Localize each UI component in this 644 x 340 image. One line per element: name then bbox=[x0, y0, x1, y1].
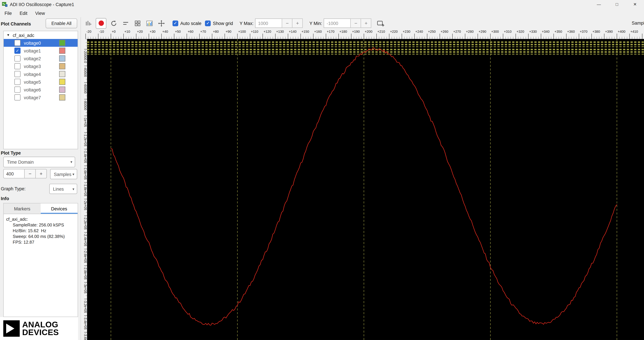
svg-text:+250: +250 bbox=[428, 30, 436, 33]
svg-text:+190: +190 bbox=[352, 30, 360, 33]
channel-checkbox[interactable] bbox=[14, 79, 20, 85]
channel-color-swatch[interactable] bbox=[59, 55, 65, 61]
menu-edit[interactable]: Edit bbox=[16, 9, 32, 17]
pan-zoom-icon[interactable] bbox=[157, 19, 166, 28]
device-info-lines: SampleRate: 256.00 kSPSHz/Bin: 15.62 HzS… bbox=[6, 222, 76, 245]
y-axis-ruler: -20000.0-40000-60000-80000-1e+05-1.2e+05… bbox=[81, 39, 87, 340]
channel-row-voltage3[interactable]: voltage3 bbox=[4, 62, 78, 70]
svg-text:+320: +320 bbox=[516, 30, 524, 33]
channel-color-swatch[interactable] bbox=[59, 63, 65, 69]
sample-unit-select[interactable]: Samples ▾ bbox=[50, 169, 77, 179]
tab-devices[interactable]: Devices bbox=[41, 203, 78, 214]
sample-unit-value: Samples bbox=[54, 171, 71, 176]
y-max-minus-button[interactable]: − bbox=[282, 18, 292, 28]
svg-text:-60000: -60000 bbox=[84, 83, 87, 94]
graph-type-label: Graph Type: bbox=[1, 186, 26, 191]
svg-text:-2.2e+05: -2.2e+05 bbox=[84, 216, 87, 229]
capture-toolbar: ✓ Auto scale ✓ Show grid Y Max: − + Y Mi… bbox=[81, 17, 644, 29]
brand-name: ANALOG DEVICES bbox=[22, 321, 59, 336]
channel-row-voltage1[interactable]: ✓voltage1 bbox=[4, 47, 78, 54]
channel-row-voltage6[interactable]: voltage6 bbox=[4, 86, 78, 93]
svg-text:+210: +210 bbox=[378, 30, 385, 33]
tab-markers[interactable]: Markers bbox=[4, 203, 41, 214]
markers-icon[interactable] bbox=[121, 19, 130, 28]
svg-text:-20000.0: -20000.0 bbox=[84, 50, 87, 63]
channel-checkbox[interactable] bbox=[14, 87, 20, 93]
close-button[interactable]: ✕ bbox=[626, 0, 644, 8]
svg-text:+340: +340 bbox=[542, 30, 550, 33]
plot-channels-label: Plot Channels bbox=[1, 21, 31, 26]
channel-label: voltage1 bbox=[24, 48, 59, 53]
buffer-settings-icon[interactable] bbox=[84, 19, 93, 28]
svg-text:+400: +400 bbox=[618, 30, 626, 33]
svg-text:+290: +290 bbox=[478, 30, 486, 33]
channel-row-voltage4[interactable]: voltage4 bbox=[4, 70, 78, 78]
channel-label: voltage2 bbox=[24, 56, 59, 61]
svg-text:-3e+05: -3e+05 bbox=[84, 283, 87, 293]
plot-canvas[interactable] bbox=[87, 39, 644, 340]
tree-expander-icon[interactable]: ▼ bbox=[6, 33, 10, 37]
plot-type-select[interactable]: Time Domain ▾ bbox=[3, 157, 75, 167]
menu-file[interactable]: File bbox=[1, 9, 16, 17]
channel-checkbox[interactable] bbox=[14, 71, 20, 77]
svg-text:+120: +120 bbox=[264, 30, 271, 33]
device-group-label: cf_axi_adc bbox=[13, 32, 34, 37]
svg-text:+20: +20 bbox=[137, 30, 143, 33]
device-info-line: FPS: 12.87 bbox=[6, 239, 76, 245]
channel-color-swatch[interactable] bbox=[59, 48, 65, 54]
y-min-plus-button[interactable]: + bbox=[361, 18, 371, 28]
sample-count-plus-button[interactable]: + bbox=[35, 169, 47, 178]
y-max-plus-button[interactable]: + bbox=[292, 18, 303, 28]
minimize-button[interactable]: — bbox=[590, 0, 608, 8]
svg-text:-80000: -80000 bbox=[84, 100, 87, 110]
svg-text:+180: +180 bbox=[340, 30, 347, 33]
plot-type-value: Time Domain bbox=[7, 160, 34, 165]
channel-checkbox[interactable] bbox=[14, 40, 20, 46]
svg-text:+390: +390 bbox=[605, 30, 613, 33]
channel-color-swatch[interactable] bbox=[59, 40, 65, 46]
channel-label: voltage6 bbox=[24, 87, 59, 92]
enable-all-button[interactable]: Enable All bbox=[46, 18, 77, 28]
sample-count-minus-button[interactable]: − bbox=[24, 169, 36, 178]
menu-bar: FileEditView bbox=[0, 8, 644, 17]
channel-checkbox[interactable]: ✓ bbox=[14, 48, 20, 54]
device-info-line: Sweep: 64.00 ms (82.38%) bbox=[6, 233, 76, 239]
show-grid-checkbox[interactable]: ✓ bbox=[205, 20, 211, 26]
graph-type-select[interactable]: Lines ▾ bbox=[49, 184, 77, 194]
capture-record-button[interactable] bbox=[96, 18, 106, 28]
channel-color-swatch[interactable] bbox=[59, 94, 65, 100]
plot-type-label: Plot Type bbox=[1, 151, 21, 156]
svg-text:-2.8e+05: -2.8e+05 bbox=[84, 266, 87, 279]
channel-color-swatch[interactable] bbox=[59, 79, 65, 85]
new-plot-button[interactable] bbox=[376, 19, 386, 28]
svg-text:+230: +230 bbox=[403, 30, 410, 33]
svg-text:+10: +10 bbox=[124, 30, 130, 33]
maximize-button[interactable]: □ bbox=[608, 0, 626, 8]
y-min-minus-button[interactable]: − bbox=[350, 18, 361, 28]
record-icon bbox=[98, 20, 104, 26]
channel-checkbox[interactable] bbox=[14, 55, 20, 61]
channel-checkbox[interactable] bbox=[14, 63, 20, 69]
grid-view-icon[interactable] bbox=[133, 19, 142, 28]
svg-text:+220: +220 bbox=[390, 30, 398, 33]
channel-label: voltage4 bbox=[24, 72, 59, 76]
channel-label: voltage7 bbox=[24, 95, 59, 100]
menu-view[interactable]: View bbox=[32, 9, 49, 17]
channel-row-voltage7[interactable]: voltage7 bbox=[4, 93, 78, 101]
channel-color-swatch[interactable] bbox=[59, 87, 65, 93]
device-group-row[interactable]: ▼ cf_axi_adc bbox=[4, 31, 78, 39]
channel-row-voltage0[interactable]: voltage0 bbox=[4, 39, 78, 47]
svg-text:+370: +370 bbox=[580, 30, 588, 33]
svg-text:-1e+05: -1e+05 bbox=[84, 117, 87, 127]
svg-text:-3.6e+05: -3.6e+05 bbox=[84, 333, 87, 340]
channel-row-voltage2[interactable]: voltage2 bbox=[4, 54, 78, 62]
channel-color-swatch[interactable] bbox=[59, 71, 65, 77]
fft-plot-icon[interactable] bbox=[145, 19, 154, 28]
single-shot-icon[interactable] bbox=[109, 19, 118, 28]
y-max-input[interactable] bbox=[255, 18, 282, 28]
channel-checkbox[interactable] bbox=[14, 94, 20, 100]
channel-row-voltage5[interactable]: voltage5 bbox=[4, 78, 78, 86]
auto-scale-checkbox[interactable]: ✓ bbox=[172, 20, 178, 26]
sample-count-input[interactable] bbox=[3, 169, 24, 178]
y-min-input[interactable] bbox=[324, 18, 351, 28]
